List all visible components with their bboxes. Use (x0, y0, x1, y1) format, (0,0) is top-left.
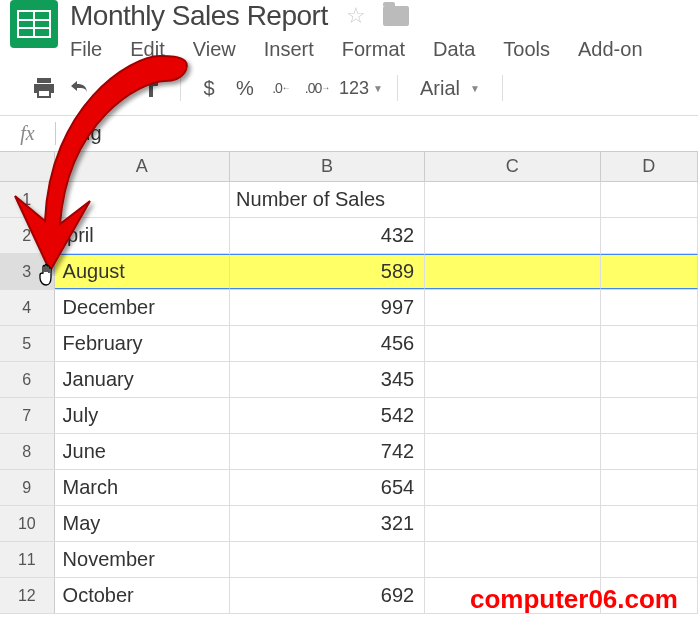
menu-data[interactable]: Data (433, 38, 475, 61)
cell[interactable] (601, 506, 698, 541)
cell[interactable]: 654 (230, 470, 425, 505)
folder-icon[interactable] (383, 6, 409, 26)
row-header[interactable]: 12 (0, 578, 55, 613)
decrease-decimal-button[interactable]: .0← (267, 75, 295, 101)
menu-view[interactable]: View (193, 38, 236, 61)
cell[interactable] (601, 470, 698, 505)
currency-button[interactable]: $ (195, 75, 223, 101)
cell[interactable] (230, 542, 425, 577)
cell[interactable]: Number of Sales (230, 182, 425, 217)
cell[interactable]: 321 (230, 506, 425, 541)
row-header[interactable]: 4 (0, 290, 55, 325)
cell[interactable] (425, 470, 600, 505)
redo-button[interactable] (102, 75, 130, 101)
sheets-logo[interactable] (10, 0, 58, 48)
cell[interactable]: November (55, 542, 231, 577)
menu-tools[interactable]: Tools (503, 38, 550, 61)
cell[interactable]: 742 (230, 434, 425, 469)
row-header[interactable]: 6 (0, 362, 55, 397)
row-header[interactable]: 1 (0, 182, 55, 217)
cell[interactable]: January (55, 362, 231, 397)
menu-format[interactable]: Format (342, 38, 405, 61)
table-row: 11November (0, 542, 698, 578)
cell[interactable] (601, 218, 698, 253)
cell[interactable] (425, 218, 600, 253)
cell[interactable] (601, 362, 698, 397)
paint-format-button[interactable] (138, 75, 166, 101)
column-header-d[interactable]: D (601, 152, 698, 181)
cell[interactable]: October (55, 578, 231, 613)
svg-rect-4 (149, 86, 153, 97)
table-row: 3August589 (0, 254, 698, 290)
menu-edit[interactable]: Edit (130, 38, 164, 61)
cell[interactable] (425, 362, 600, 397)
cell[interactable]: 456 (230, 326, 425, 361)
cell[interactable]: ipril (55, 218, 231, 253)
number-format-button[interactable]: 123▼ (339, 75, 383, 101)
cell[interactable]: 345 (230, 362, 425, 397)
row-header[interactable]: 2 (0, 218, 55, 253)
cell[interactable]: 997 (230, 290, 425, 325)
cell[interactable]: May (55, 506, 231, 541)
cell[interactable]: 589 (230, 254, 425, 289)
undo-button[interactable] (66, 75, 94, 101)
cell[interactable]: 542 (230, 398, 425, 433)
select-all-corner[interactable] (0, 152, 55, 181)
increase-decimal-button[interactable]: .00→ (303, 75, 331, 101)
percent-button[interactable]: % (231, 75, 259, 101)
dropdown-caret-icon: ▼ (373, 83, 383, 94)
toolbar: $ % .0← .00→ 123▼ Arial▼ (0, 61, 698, 116)
row-header[interactable]: 11 (0, 542, 55, 577)
row-header[interactable]: 9 (0, 470, 55, 505)
cell[interactable]: 432 (230, 218, 425, 253)
table-row: 7July542 (0, 398, 698, 434)
column-header-b[interactable]: B (230, 152, 425, 181)
cell[interactable] (601, 182, 698, 217)
cell[interactable] (601, 290, 698, 325)
cell[interactable] (425, 182, 600, 217)
menu-file[interactable]: File (70, 38, 102, 61)
cell[interactable] (425, 434, 600, 469)
cell[interactable] (425, 506, 600, 541)
cell[interactable]: June (55, 434, 231, 469)
row-header[interactable]: 7 (0, 398, 55, 433)
cell[interactable] (601, 398, 698, 433)
cell[interactable] (425, 398, 600, 433)
row-header[interactable]: 3 (0, 254, 55, 289)
table-row: 4December997 (0, 290, 698, 326)
column-header-a[interactable]: A (55, 152, 230, 181)
table-row: 6January345 (0, 362, 698, 398)
table-row: 2ipril432 (0, 218, 698, 254)
cell[interactable] (601, 326, 698, 361)
cell[interactable] (425, 326, 600, 361)
row-header[interactable]: 5 (0, 326, 55, 361)
column-header-c[interactable]: C (425, 152, 600, 181)
cell[interactable] (601, 434, 698, 469)
table-row: 10May321 (0, 506, 698, 542)
cell[interactable] (425, 542, 600, 577)
cell[interactable]: March (55, 470, 231, 505)
row-header[interactable]: 8 (0, 434, 55, 469)
star-icon[interactable]: ☆ (346, 3, 366, 29)
cell[interactable] (601, 542, 698, 577)
dropdown-caret-icon: ▼ (470, 83, 480, 94)
document-title[interactable]: Monthly Sales Report (70, 0, 328, 32)
menu-insert[interactable]: Insert (264, 38, 314, 61)
cell[interactable]: July (55, 398, 231, 433)
cell[interactable] (55, 182, 231, 217)
cell[interactable] (425, 254, 600, 289)
menu-addons[interactable]: Add-on (578, 38, 643, 61)
cell[interactable] (425, 290, 600, 325)
table-row: 9March654 (0, 470, 698, 506)
formula-input[interactable]: Aug (56, 122, 102, 145)
row-header[interactable]: 10 (0, 506, 55, 541)
menu-bar: File Edit View Insert Format Data Tools … (70, 38, 698, 61)
font-selector[interactable]: Arial▼ (412, 77, 488, 100)
cell[interactable]: December (55, 290, 231, 325)
cell[interactable] (601, 254, 698, 289)
cell[interactable]: 692 (230, 578, 425, 613)
cell[interactable]: August (55, 254, 231, 289)
svg-rect-0 (37, 78, 51, 83)
cell[interactable]: February (55, 326, 231, 361)
print-button[interactable] (30, 75, 58, 101)
